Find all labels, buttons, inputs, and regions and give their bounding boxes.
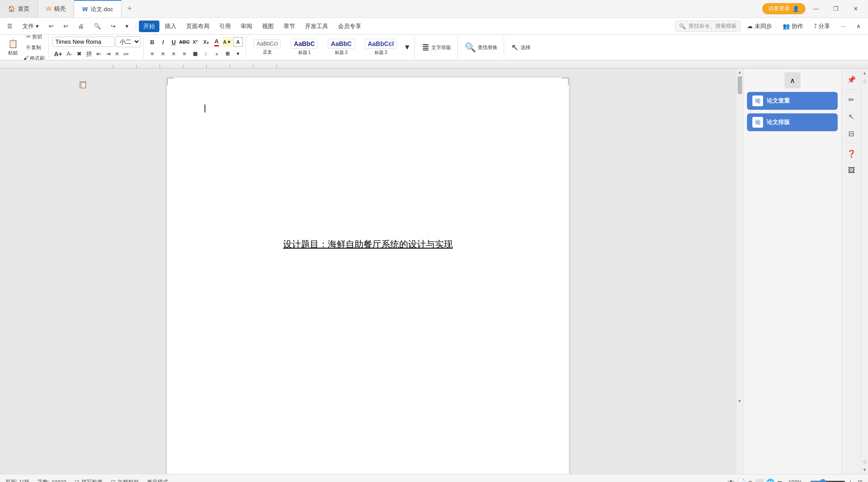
zoom-plus-button[interactable]: + [848,478,852,482]
cut-button[interactable]: ✂ 剪切 [21,35,46,42]
menu-redo[interactable]: ↪ [106,21,120,31]
shading-button[interactable]: ⬦ [212,49,221,58]
tab-doc[interactable]: W 论文.doc [74,0,121,17]
view-outline-icon[interactable]: ≡ [748,478,752,482]
columns-button[interactable]: ▦ [190,49,200,58]
font-name-input[interactable] [52,37,115,47]
document-page[interactable]: 设计题目：海鲜自助餐厅系统的设计与实现 [167,78,569,474]
menu-references[interactable]: 引用 [215,21,235,32]
right-scroll-down[interactable]: ▼ [863,465,867,474]
view-edit-icon[interactable]: ✏ [777,478,783,482]
menu-developer[interactable]: 开发工具 [300,21,333,32]
menu-item-hamburger[interactable]: ☰ [3,21,17,31]
visitor-login-button[interactable]: 访客登录 👤 [762,3,805,14]
style-normal[interactable]: AaBbCcI 正文 [250,38,285,57]
view-page-icon[interactable]: 📄 [737,478,746,482]
scroll-up-arrow[interactable]: ▲ [736,69,743,75]
font-color-button[interactable]: A [212,37,221,47]
menu-vip[interactable]: 会员专享 [334,21,366,32]
phonetic-button[interactable]: 拼 [84,49,94,59]
pin-icon[interactable]: 📌 [844,72,859,87]
indent-right-button[interactable]: ⇥ [104,49,113,59]
doc-canvas[interactable]: 📋 设计题目：海鲜自助餐厅系统的设计与实现 [0,69,736,474]
align-justify-button[interactable]: ≡ [179,49,189,58]
paper-check-button[interactable]: 论 论文查重 [747,92,838,110]
list-bullets-button[interactable]: ≡ [113,49,121,59]
menu-review[interactable]: 审阅 [236,21,257,32]
scroll-thumb[interactable] [738,76,742,94]
menu-view[interactable]: 视图 [258,21,278,32]
menu-start[interactable]: 开始 [139,21,159,32]
line-spacing-button[interactable]: ↕ [201,49,211,58]
pencil-icon[interactable]: ✏ [844,92,859,107]
superscript-button[interactable]: X² [190,37,200,47]
view-read-icon[interactable]: 👁 [728,478,734,482]
menu-redo2[interactable]: ▾ [121,21,133,31]
menu-share[interactable]: ⤴ 分享 [810,21,835,32]
menu-collapse[interactable]: ∧ [852,21,865,31]
styles-more-button[interactable]: ▼ [403,42,412,52]
screen-fit-button[interactable]: ⊞ [858,479,863,482]
menu-chapter[interactable]: 章节 [279,21,300,32]
strikethrough-button[interactable]: ABC [179,37,189,47]
zoom-slider[interactable] [810,479,846,482]
tab-draft[interactable]: W 稿壳 [38,0,74,17]
align-left-button[interactable]: ≡ [147,49,157,58]
close-button[interactable]: ✕ [847,2,864,16]
align-right-button[interactable]: ≡ [169,49,179,58]
menu-preview[interactable]: 🔍 [89,21,105,31]
indent-left-button[interactable]: ⇤ [95,49,103,59]
scroll-track[interactable] [736,75,743,399]
copy-button[interactable]: ⎘ 复制 [21,42,46,52]
font-size-select[interactable]: 小二 一号 二号 [116,36,141,47]
zoom-minus-button[interactable]: - [805,478,807,482]
format-brush-button[interactable]: 🖌 格式刷 [21,53,46,61]
more-para-button[interactable]: ▾ [233,49,243,58]
image-icon[interactable]: 🖼 [844,163,859,178]
minimize-button[interactable]: — [807,2,825,16]
menu-more[interactable]: ··· [836,21,850,31]
menu-unsync[interactable]: ☁ 未同步 [743,21,776,32]
scroll-down-arrow[interactable]: ▼ [736,399,743,403]
view-internet-icon[interactable]: 🌐 [766,478,775,482]
menu-search[interactable]: 🔍 查找命令、搜索模板 [675,21,741,32]
menu-insert[interactable]: 插入 [160,21,181,32]
vertical-scrollbar[interactable]: ▲ ▼ [736,69,743,474]
clear-format-button[interactable]: ✖ [75,49,83,59]
spell-check[interactable]: ☑ 拼写检查 [75,478,103,482]
menu-print[interactable]: 🖨 [74,21,88,31]
paper-layout-button[interactable]: 论 论文排版 [747,113,838,131]
settings-icon2[interactable]: ⊟ [844,126,859,141]
paste-button[interactable]: 📋 粘贴 [5,37,21,58]
add-tab-button[interactable]: + [121,0,138,17]
right-scroll-up[interactable]: ▲ [863,69,867,77]
menu-file[interactable]: 文件 ▾ [18,21,43,32]
cursor-icon[interactable]: ↖ [844,109,859,124]
italic-button[interactable]: I [158,37,168,47]
style-h3[interactable]: AaBbCcI 标题 3 [361,38,401,57]
style-h2[interactable]: AaBbC 标题 2 [324,38,359,57]
right-scrollbar[interactable]: ▲ △ ▽ ▼ [861,69,868,474]
sidebar-up-button[interactable]: ∧ [785,72,801,88]
underline-button[interactable]: U [169,37,179,47]
menu-collab[interactable]: 👥 协作 [778,21,808,32]
border-button[interactable]: ⊞ [222,49,232,58]
right-scroll-up2[interactable]: △ [863,77,867,84]
menu-page-layout[interactable]: 页面布局 [182,21,214,32]
tab-home[interactable]: 🏠 首页 [0,0,38,17]
highlight-button[interactable]: A▼ [222,37,232,47]
decrease-font-button[interactable]: A- [65,49,74,59]
style-h1[interactable]: AaBbC 标题 1 [287,38,322,57]
right-scroll-down2[interactable]: ▽ [863,459,867,465]
align-center-button[interactable]: ≡ [158,49,168,58]
menu-undo[interactable]: ↩ [44,21,58,31]
menu-undo2[interactable]: ↩ [59,21,73,31]
increase-font-button[interactable]: A+ [52,49,64,59]
help-icon[interactable]: ❓ [844,146,859,161]
doc-review[interactable]: ☑ 文档校对 [111,478,139,482]
view-web-icon[interactable]: ⬜ [755,478,764,482]
list-numbers-button[interactable]: ≔ [121,49,131,59]
char-border-button[interactable]: A [233,37,243,47]
restore-button[interactable]: ❐ [827,2,845,16]
find-replace-button[interactable]: 🔍 查找替换 [462,41,500,54]
